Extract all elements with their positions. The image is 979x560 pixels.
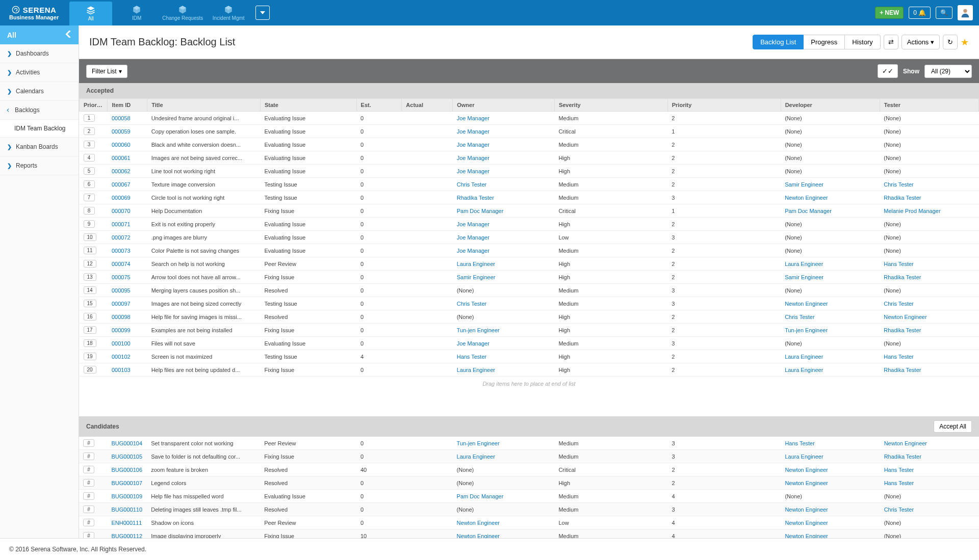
select-all-button[interactable]: ✓✓	[878, 64, 898, 78]
avatar[interactable]	[958, 5, 973, 20]
table-row[interactable]: 5000062Line tool not working rightEvalua…	[80, 165, 979, 178]
actions-dropdown[interactable]: Actions ▾	[901, 35, 940, 49]
table-row[interactable]: 4000061Images are not being saved correc…	[80, 151, 979, 165]
developer-link[interactable]: Laura Engineer	[785, 367, 823, 373]
list-settings-button[interactable]: ⇄	[884, 35, 898, 49]
developer-link[interactable]: Laura Engineer	[785, 454, 823, 460]
priority-box[interactable]: #	[83, 452, 94, 460]
owner-link[interactable]: Joe Manager	[457, 128, 490, 135]
tester-link[interactable]: Rhadika Tester	[884, 367, 921, 373]
priority-box[interactable]: 16	[84, 313, 96, 321]
priority-box[interactable]: #	[83, 466, 94, 473]
item-id-link[interactable]: 000102	[112, 354, 131, 360]
table-row[interactable]: #ENH000111Shadow on iconsPeer Review0New…	[79, 516, 979, 529]
priority-box[interactable]: #	[83, 479, 94, 487]
tester-link[interactable]: Chris Tester	[884, 506, 914, 513]
tester-link[interactable]: Chris Tester	[884, 181, 913, 188]
priority-box[interactable]: 8	[84, 207, 95, 215]
tester-link[interactable]: Rhadika Tester	[884, 195, 921, 201]
owner-link[interactable]: Pam Doc Manager	[457, 493, 504, 499]
tester-link[interactable]: Hans Tester	[884, 480, 914, 486]
item-id-link[interactable]: 000074	[112, 261, 131, 267]
search-button[interactable]: 🔍	[936, 7, 952, 19]
developer-link[interactable]: Newton Engineer	[785, 480, 828, 486]
table-row[interactable]: 17000099Examples are not being installed…	[80, 324, 979, 337]
item-id-link[interactable]: BUG000104	[112, 440, 143, 446]
owner-link[interactable]: Joe Manager	[457, 221, 490, 227]
table-row[interactable]: 20000103Help files are not being updated…	[80, 363, 979, 377]
column-header[interactable]: Title	[147, 99, 261, 112]
priority-box[interactable]: 17	[84, 326, 96, 334]
column-header[interactable]: Priority	[667, 99, 781, 112]
column-header[interactable]: Prior…	[80, 99, 108, 112]
table-row[interactable]: #BUG000104Set transparent color not work…	[79, 437, 979, 450]
table-row[interactable]: #BUG000106zoom feature is brokenResolved…	[79, 463, 979, 476]
tester-link[interactable]: Hans Tester	[884, 261, 914, 267]
priority-box[interactable]: 14	[84, 286, 96, 294]
tester-link[interactable]: Hans Tester	[884, 467, 914, 473]
developer-link[interactable]: Chris Tester	[785, 314, 814, 320]
owner-link[interactable]: Joe Manager	[457, 248, 490, 254]
priority-box[interactable]: 7	[84, 194, 95, 201]
developer-link[interactable]: Newton Engineer	[785, 467, 828, 473]
table-row[interactable]: 12000074Search on help is not workingPee…	[80, 257, 979, 271]
priority-box[interactable]: 6	[84, 180, 95, 188]
owner-link[interactable]: Joe Manager	[457, 115, 490, 121]
owner-link[interactable]: Chris Tester	[457, 301, 486, 307]
table-row[interactable]: 6000067Texture image conversionTesting I…	[80, 178, 979, 191]
priority-box[interactable]: #	[83, 505, 94, 513]
owner-link[interactable]: Joe Manager	[457, 168, 490, 174]
item-id-link[interactable]: 000062	[112, 168, 131, 174]
item-id-link[interactable]: BUG000107	[112, 480, 143, 486]
column-header[interactable]: Actual	[402, 99, 453, 112]
table-row[interactable]: 10000072.png images are blurryEvaluating…	[80, 231, 979, 244]
owner-link[interactable]: Newton Engineer	[457, 533, 500, 539]
table-row[interactable]: #BUG000107Legend colorsResolved0(None)Hi…	[79, 476, 979, 490]
priority-box[interactable]: 4	[84, 154, 95, 162]
table-row[interactable]: 13000075Arrow tool does not have all arr…	[80, 271, 979, 284]
nav-tab-all[interactable]: All	[69, 2, 112, 25]
refresh-button[interactable]: ↻	[943, 35, 958, 49]
item-id-link[interactable]: 000098	[112, 314, 131, 320]
table-row[interactable]: 16000098Help file for saving images is m…	[80, 310, 979, 324]
tester-link[interactable]: Rhadika Tester	[884, 327, 921, 333]
owner-link[interactable]: Joe Manager	[457, 340, 490, 346]
developer-link[interactable]: Samir Engineer	[785, 274, 823, 280]
nav-more-dropdown[interactable]	[255, 6, 270, 20]
filter-list-button[interactable]: Filter List ▾	[86, 65, 127, 78]
item-id-link[interactable]: 000067	[112, 181, 131, 188]
nav-tab-incident-mgmt[interactable]: Incident Mgmt	[205, 0, 251, 25]
priority-box[interactable]: 9	[84, 220, 95, 228]
nav-tab-change-requests[interactable]: Change Requests	[160, 0, 205, 25]
developer-link[interactable]: Newton Engineer	[785, 520, 828, 526]
tester-link[interactable]: Rhadika Tester	[884, 454, 921, 460]
developer-link[interactable]: Samir Engineer	[785, 181, 823, 188]
table-row[interactable]: 3000060Black and white conversion doesn.…	[80, 138, 979, 151]
priority-box[interactable]: 13	[84, 273, 96, 281]
table-row[interactable]: #BUG000110Deleting images still leaves .…	[79, 503, 979, 516]
item-id-link[interactable]: BUG000112	[112, 533, 143, 539]
owner-link[interactable]: Hans Tester	[457, 354, 487, 360]
developer-link[interactable]: Newton Engineer	[785, 195, 828, 201]
column-header[interactable]: Owner	[453, 99, 555, 112]
priority-box[interactable]: 15	[84, 300, 96, 307]
tester-link[interactable]: Hans Tester	[884, 354, 914, 360]
priority-box[interactable]: 5	[84, 167, 95, 175]
priority-box[interactable]: 12	[84, 260, 96, 268]
owner-link[interactable]: Joe Manager	[457, 155, 490, 161]
owner-link[interactable]: Newton Engineer	[457, 520, 500, 526]
tester-link[interactable]: Melanie Prod Manager	[884, 208, 940, 214]
table-row[interactable]: 18000100Files will not saveEvaluating Is…	[80, 337, 979, 350]
owner-link[interactable]: Joe Manager	[457, 142, 490, 148]
item-id-link[interactable]: 000059	[112, 128, 131, 135]
owner-link[interactable]: Chris Tester	[457, 181, 486, 188]
item-id-link[interactable]: 000071	[112, 221, 131, 227]
owner-link[interactable]: Tun-jen Engineer	[457, 440, 500, 446]
tester-link[interactable]: Rhadika Tester	[884, 274, 921, 280]
table-row[interactable]: #BUG000109Help file has misspelled wordE…	[79, 490, 979, 503]
sidebar-item-backlogs[interactable]: ⌵Backlogs	[0, 101, 79, 120]
show-select[interactable]: All (29)	[924, 65, 972, 78]
column-header[interactable]: State	[261, 99, 357, 112]
owner-link[interactable]: Joe Manager	[457, 234, 490, 241]
item-id-link[interactable]: 000097	[112, 301, 131, 307]
